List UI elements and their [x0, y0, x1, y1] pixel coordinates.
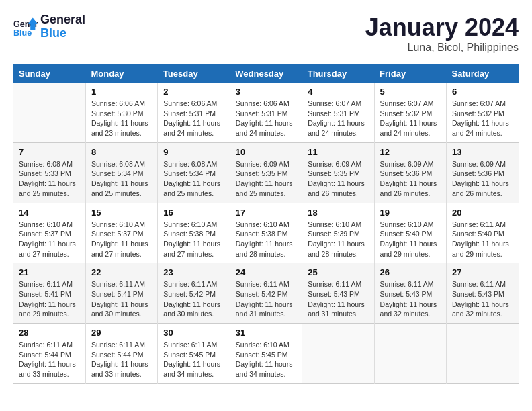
table-row: 1Sunrise: 6:06 AMSunset: 5:30 PMDaylight…: [85, 83, 157, 142]
day-info: Sunrise: 6:11 AMSunset: 5:44 PMDaylight:…: [19, 340, 80, 379]
day-number: 29: [91, 328, 152, 338]
table-row: 27Sunrise: 6:11 AMSunset: 5:43 PMDayligh…: [447, 263, 519, 324]
day-number: 2: [163, 87, 224, 97]
table-row: 9Sunrise: 6:08 AMSunset: 5:34 PMDaylight…: [158, 142, 230, 203]
day-info: Sunrise: 6:08 AMSunset: 5:34 PMDaylight:…: [163, 159, 224, 199]
day-number: 26: [380, 267, 441, 277]
day-number: 9: [163, 147, 224, 157]
table-row: 5Sunrise: 6:07 AMSunset: 5:32 PMDaylight…: [374, 83, 446, 142]
page-header: General Blue General Blue January 2024 L…: [13, 13, 519, 54]
table-row: 25Sunrise: 6:11 AMSunset: 5:43 PMDayligh…: [302, 263, 374, 324]
day-number: 19: [380, 208, 441, 218]
day-info: Sunrise: 6:10 AMSunset: 5:39 PMDaylight:…: [308, 220, 368, 259]
day-number: 10: [236, 147, 296, 157]
day-number: 21: [19, 267, 80, 277]
day-number: 1: [91, 87, 152, 97]
day-info: Sunrise: 6:09 AMSunset: 5:36 PMDaylight:…: [380, 159, 441, 199]
table-row: 20Sunrise: 6:11 AMSunset: 5:40 PMDayligh…: [447, 203, 519, 263]
day-number: 12: [380, 147, 441, 157]
day-number: 20: [452, 208, 513, 218]
table-row: 3Sunrise: 6:06 AMSunset: 5:31 PMDaylight…: [230, 83, 302, 142]
table-row: 10Sunrise: 6:09 AMSunset: 5:35 PMDayligh…: [230, 142, 302, 203]
table-row: 14Sunrise: 6:10 AMSunset: 5:37 PMDayligh…: [13, 203, 85, 263]
table-row: [374, 324, 446, 384]
header-wednesday: Wednesday: [230, 64, 302, 83]
table-row: 23Sunrise: 6:11 AMSunset: 5:42 PMDayligh…: [158, 263, 230, 324]
table-row: 4Sunrise: 6:07 AMSunset: 5:31 PMDaylight…: [302, 83, 374, 142]
day-number: 6: [452, 87, 513, 97]
day-info: Sunrise: 6:07 AMSunset: 5:32 PMDaylight:…: [452, 99, 513, 138]
day-info: Sunrise: 6:07 AMSunset: 5:32 PMDaylight:…: [380, 99, 441, 138]
day-number: 31: [236, 328, 296, 338]
calendar-week-row: 1Sunrise: 6:06 AMSunset: 5:30 PMDaylight…: [13, 83, 519, 142]
calendar-header-row: Sunday Monday Tuesday Wednesday Thursday…: [13, 64, 519, 83]
day-number: 18: [308, 208, 368, 218]
calendar-table: Sunday Monday Tuesday Wednesday Thursday…: [13, 64, 519, 384]
calendar-subtitle: Luna, Bicol, Philippines: [365, 42, 519, 54]
day-info: Sunrise: 6:10 AMSunset: 5:38 PMDaylight:…: [163, 220, 224, 259]
header-sunday: Sunday: [13, 64, 85, 83]
day-info: Sunrise: 6:11 AMSunset: 5:44 PMDaylight:…: [91, 340, 152, 379]
table-row: 30Sunrise: 6:11 AMSunset: 5:45 PMDayligh…: [158, 324, 230, 384]
logo-general-text: General: [40, 13, 85, 27]
calendar-week-row: 14Sunrise: 6:10 AMSunset: 5:37 PMDayligh…: [13, 203, 519, 263]
table-row: 22Sunrise: 6:11 AMSunset: 5:41 PMDayligh…: [85, 263, 157, 324]
day-number: 22: [91, 267, 152, 277]
day-info: Sunrise: 6:06 AMSunset: 5:30 PMDaylight:…: [91, 99, 152, 138]
table-row: 6Sunrise: 6:07 AMSunset: 5:32 PMDaylight…: [447, 83, 519, 142]
calendar-week-row: 7Sunrise: 6:08 AMSunset: 5:33 PMDaylight…: [13, 142, 519, 203]
table-row: 11Sunrise: 6:09 AMSunset: 5:35 PMDayligh…: [302, 142, 374, 203]
day-number: 28: [19, 328, 80, 338]
logo: General Blue General Blue: [13, 13, 85, 40]
table-row: 8Sunrise: 6:08 AMSunset: 5:34 PMDaylight…: [85, 142, 157, 203]
day-info: Sunrise: 6:10 AMSunset: 5:37 PMDaylight:…: [91, 220, 152, 259]
table-row: 16Sunrise: 6:10 AMSunset: 5:38 PMDayligh…: [158, 203, 230, 263]
day-info: Sunrise: 6:11 AMSunset: 5:41 PMDaylight:…: [91, 279, 152, 319]
day-number: 11: [308, 147, 368, 157]
day-number: 23: [163, 267, 224, 277]
day-info: Sunrise: 6:11 AMSunset: 5:41 PMDaylight:…: [19, 279, 80, 319]
day-number: 14: [19, 208, 80, 218]
table-row: 24Sunrise: 6:11 AMSunset: 5:42 PMDayligh…: [230, 263, 302, 324]
day-info: Sunrise: 6:08 AMSunset: 5:34 PMDaylight:…: [91, 159, 152, 199]
table-row: [302, 324, 374, 384]
table-row: 18Sunrise: 6:10 AMSunset: 5:39 PMDayligh…: [302, 203, 374, 263]
day-number: 15: [91, 208, 152, 218]
calendar-week-row: 21Sunrise: 6:11 AMSunset: 5:41 PMDayligh…: [13, 263, 519, 324]
table-row: [447, 324, 519, 384]
table-row: 31Sunrise: 6:10 AMSunset: 5:45 PMDayligh…: [230, 324, 302, 384]
day-info: Sunrise: 6:11 AMSunset: 5:43 PMDaylight:…: [308, 279, 368, 319]
day-number: 4: [308, 87, 368, 97]
calendar-title: January 2024: [365, 13, 519, 42]
svg-text:Blue: Blue: [13, 28, 32, 37]
day-info: Sunrise: 6:11 AMSunset: 5:45 PMDaylight:…: [163, 340, 224, 379]
day-number: 8: [91, 147, 152, 157]
day-number: 16: [163, 208, 224, 218]
header-tuesday: Tuesday: [158, 64, 230, 83]
day-number: 30: [163, 328, 224, 338]
day-number: 17: [236, 208, 296, 218]
header-monday: Monday: [85, 64, 157, 83]
day-info: Sunrise: 6:10 AMSunset: 5:37 PMDaylight:…: [19, 220, 80, 259]
table-row: 26Sunrise: 6:11 AMSunset: 5:43 PMDayligh…: [374, 263, 446, 324]
day-info: Sunrise: 6:11 AMSunset: 5:42 PMDaylight:…: [163, 279, 224, 319]
table-row: 17Sunrise: 6:10 AMSunset: 5:38 PMDayligh…: [230, 203, 302, 263]
table-row: 28Sunrise: 6:11 AMSunset: 5:44 PMDayligh…: [13, 324, 85, 384]
day-number: 13: [452, 147, 513, 157]
day-info: Sunrise: 6:09 AMSunset: 5:35 PMDaylight:…: [236, 159, 296, 199]
table-row: 13Sunrise: 6:09 AMSunset: 5:36 PMDayligh…: [447, 142, 519, 203]
day-number: 25: [308, 267, 368, 277]
header-thursday: Thursday: [302, 64, 374, 83]
day-info: Sunrise: 6:10 AMSunset: 5:40 PMDaylight:…: [380, 220, 441, 259]
table-row: 29Sunrise: 6:11 AMSunset: 5:44 PMDayligh…: [85, 324, 157, 384]
day-info: Sunrise: 6:07 AMSunset: 5:31 PMDaylight:…: [308, 99, 368, 138]
day-number: 24: [236, 267, 296, 277]
title-block: January 2024 Luna, Bicol, Philippines: [365, 13, 519, 54]
day-info: Sunrise: 6:11 AMSunset: 5:40 PMDaylight:…: [452, 220, 513, 259]
table-row: 12Sunrise: 6:09 AMSunset: 5:36 PMDayligh…: [374, 142, 446, 203]
day-number: 3: [236, 87, 296, 97]
day-info: Sunrise: 6:11 AMSunset: 5:42 PMDaylight:…: [236, 279, 296, 319]
day-info: Sunrise: 6:06 AMSunset: 5:31 PMDaylight:…: [163, 99, 224, 138]
calendar-week-row: 28Sunrise: 6:11 AMSunset: 5:44 PMDayligh…: [13, 324, 519, 384]
table-row: 2Sunrise: 6:06 AMSunset: 5:31 PMDaylight…: [158, 83, 230, 142]
